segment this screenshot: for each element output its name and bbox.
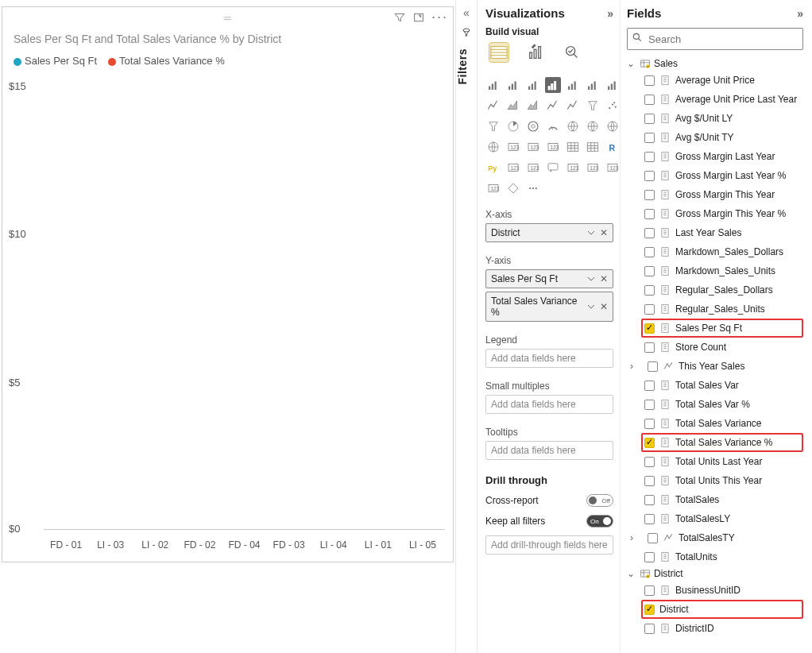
table-district[interactable]: ⌄District	[627, 566, 803, 581]
analytics-tab[interactable]	[562, 42, 582, 63]
checkbox[interactable]	[644, 419, 655, 429]
checkbox[interactable]	[644, 495, 655, 505]
viz-type-funnel[interactable]	[585, 98, 601, 114]
viz-type-clustered-bar-v[interactable]	[545, 77, 561, 93]
viz-type-gauge[interactable]	[545, 118, 561, 134]
checkbox[interactable]	[644, 190, 655, 200]
viz-type-line-clustered[interactable]	[545, 98, 561, 114]
checkbox[interactable]	[644, 171, 655, 181]
cross-report-toggle[interactable]: Off	[586, 494, 613, 507]
field-totalsales[interactable]: TotalSales	[627, 490, 803, 509]
small-multiples-well[interactable]: Add data fields here	[485, 395, 613, 414]
checkbox[interactable]	[644, 266, 655, 276]
checkbox[interactable]	[644, 133, 655, 143]
field-total-units-this-year[interactable]: Total Units This Year	[627, 471, 803, 490]
yaxis-well-sales-per-sqft[interactable]: Sales Per Sq Ft ✕	[485, 269, 613, 288]
field-this-year-sales[interactable]: ›This Year Sales	[627, 357, 803, 376]
remove-icon[interactable]: ✕	[600, 273, 608, 284]
checkbox[interactable]	[644, 247, 655, 257]
checkbox[interactable]	[644, 228, 655, 238]
remove-icon[interactable]: ✕	[600, 227, 608, 238]
checkbox[interactable]	[644, 438, 655, 448]
checkbox[interactable]	[644, 209, 655, 219]
field-store-count[interactable]: Store Count	[627, 338, 803, 357]
field-last-year-sales[interactable]: Last Year Sales	[627, 223, 803, 242]
viz-type-decomp[interactable]: 123	[525, 160, 541, 176]
checkbox[interactable]	[644, 304, 655, 315]
viz-type-more[interactable]	[525, 180, 541, 196]
checkbox[interactable]	[644, 342, 655, 353]
checkbox[interactable]	[644, 114, 655, 124]
viz-type-100-bar-h[interactable]	[565, 77, 581, 93]
checkbox[interactable]	[644, 285, 655, 296]
field-regular-sales-units[interactable]: Regular_Sales_Units	[627, 299, 803, 319]
collapse-viz-icon[interactable]: »	[607, 7, 613, 20]
viz-type-stacked-bar-h[interactable]	[485, 77, 501, 93]
table-sales[interactable]: ⌄Sales	[627, 56, 803, 71]
drill-through-well[interactable]: Add drill-through fields here	[485, 535, 613, 554]
field-avg-unit-ty[interactable]: Avg $/Unit TY	[627, 128, 803, 147]
checkbox[interactable]	[644, 476, 655, 486]
field-total-sales-variance[interactable]: Total Sales Variance	[627, 414, 803, 433]
checkbox[interactable]	[644, 552, 655, 562]
field-totalunits[interactable]: TotalUnits	[627, 547, 803, 566]
filters-pane-collapsed[interactable]: « Filters	[455, 0, 478, 653]
checkbox[interactable]	[644, 457, 655, 467]
viz-type-python[interactable]: Py	[485, 160, 501, 176]
tooltips-well[interactable]: Add data fields here	[485, 441, 613, 460]
field-gross-margin-last-year-[interactable]: Gross Margin Last Year %	[627, 166, 803, 185]
remove-icon[interactable]: ✕	[600, 301, 608, 312]
checkbox[interactable]	[644, 585, 655, 596]
viz-type-paginated[interactable]: 123	[585, 160, 601, 176]
viz-type-waterfall[interactable]	[485, 118, 501, 134]
field-districtid[interactable]: DistrictID	[627, 619, 803, 638]
checkbox[interactable]	[648, 533, 658, 543]
viz-type-stacked-area[interactable]	[525, 98, 541, 114]
viz-type-shape-map[interactable]	[605, 118, 621, 134]
viz-type-r[interactable]: R	[605, 139, 621, 155]
viz-type-matrix[interactable]	[565, 139, 581, 155]
viz-type-multi-card[interactable]: 123	[525, 139, 541, 155]
checkbox[interactable]	[648, 361, 658, 372]
checkbox[interactable]	[644, 381, 655, 391]
viz-type-key-influencers[interactable]: 123	[505, 160, 521, 176]
checkbox[interactable]	[644, 624, 655, 634]
viz-type-automate[interactable]: 123	[485, 180, 501, 196]
viz-type-clustered-bar-h[interactable]	[525, 77, 541, 93]
keep-all-filters-toggle[interactable]: On	[586, 515, 613, 527]
collapse-fields-icon[interactable]: »	[797, 7, 803, 20]
xaxis-well-district[interactable]: District ✕	[485, 223, 613, 242]
legend-item-1[interactable]: Sales Per Sq Ft	[25, 55, 97, 67]
drag-handle-icon[interactable]: ═	[223, 12, 231, 24]
viz-type-table[interactable]	[585, 139, 601, 155]
build-visual-tab[interactable]	[489, 42, 509, 63]
field-total-sales-var[interactable]: Total Sales Var	[627, 376, 803, 395]
format-visual-tab[interactable]	[525, 42, 546, 63]
viz-type-line-stacked[interactable]	[565, 98, 581, 114]
viz-type-pie[interactable]	[505, 118, 521, 134]
field-businessunitid[interactable]: BusinessUnitID	[627, 581, 803, 600]
viz-type-card[interactable]: 123	[505, 139, 521, 155]
field-gross-margin-this-year-[interactable]: Gross Margin This Year %	[627, 204, 803, 223]
checkbox[interactable]	[644, 605, 655, 615]
more-options-icon[interactable]: ···	[431, 9, 448, 25]
legend-well[interactable]: Add data fields here	[485, 349, 613, 368]
field-total-sales-variance-[interactable]: Total Sales Variance %	[641, 433, 803, 452]
field-total-sales-var-[interactable]: Total Sales Var %	[627, 395, 803, 414]
checkbox[interactable]	[644, 75, 655, 86]
field-district[interactable]: District	[641, 600, 803, 619]
expand-left-icon[interactable]: «	[456, 6, 477, 19]
field-markdown-sales-units[interactable]: Markdown_Sales_Units	[627, 261, 803, 280]
focus-mode-icon[interactable]	[412, 11, 425, 24]
checkbox[interactable]	[644, 95, 655, 105]
legend-item-2[interactable]: Total Sales Variance %	[119, 55, 225, 67]
filter-icon[interactable]	[393, 11, 406, 24]
viz-type-area[interactable]	[505, 98, 521, 114]
field-totalsalesly[interactable]: TotalSalesLY	[627, 509, 803, 528]
visual-card[interactable]: ═ ··· Sales Per Sq Ft and Total Sales Va…	[2, 6, 454, 562]
viz-type-diamond[interactable]	[505, 180, 521, 196]
checkbox[interactable]	[644, 514, 655, 524]
checkbox[interactable]	[644, 323, 655, 334]
checkbox[interactable]	[644, 152, 655, 162]
viz-type-line[interactable]	[485, 98, 501, 114]
